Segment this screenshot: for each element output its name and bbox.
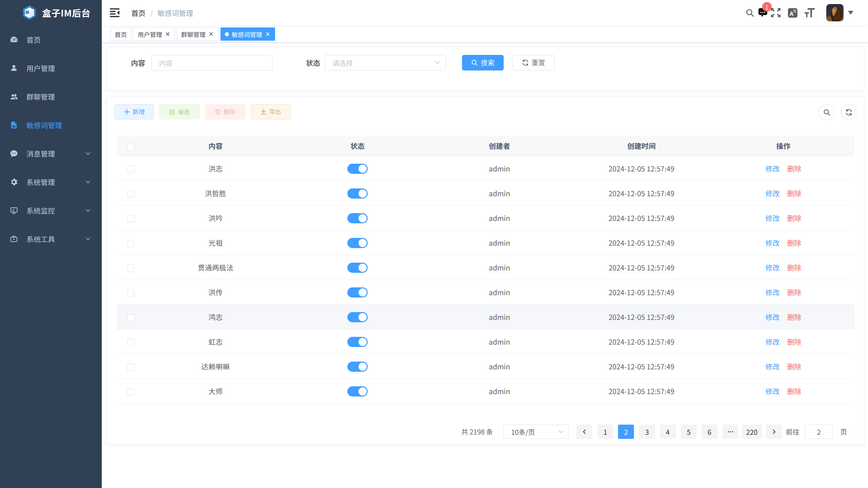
pagination-page-5[interactable]: 5	[681, 425, 697, 439]
toggle-knob	[359, 363, 367, 371]
row-checkbox[interactable]	[127, 289, 134, 297]
row-checkbox[interactable]	[127, 364, 134, 371]
status-toggle[interactable]	[347, 362, 368, 372]
row-edit-link[interactable]: 修改	[766, 312, 780, 322]
header-fullscreen-button[interactable]	[771, 0, 780, 25]
pagination-ellipsis[interactable]	[722, 425, 738, 439]
breadcrumb-home[interactable]: 首页	[131, 8, 146, 18]
edit-button[interactable]: 修改	[159, 104, 200, 119]
table-row: 鸿志admin2024-12-05 12:57:49修改删除	[117, 304, 854, 329]
toggle-search-button[interactable]	[819, 104, 834, 120]
delete-button[interactable]: 删除	[205, 104, 245, 119]
status-toggle[interactable]	[347, 337, 368, 347]
status-toggle[interactable]	[347, 213, 368, 223]
cell-content: 洪哲胜	[144, 181, 287, 205]
select-all-checkbox[interactable]	[127, 143, 134, 150]
sidebar-item-groups[interactable]: 群聊管理	[0, 82, 102, 111]
status-toggle[interactable]	[347, 238, 368, 248]
row-checkbox[interactable]	[127, 339, 134, 346]
row-delete-link[interactable]: 删除	[787, 188, 802, 198]
pagination-page-last[interactable]: 220	[742, 425, 762, 439]
tab-close-icon[interactable]	[208, 31, 214, 37]
search-button[interactable]: 搜索	[462, 55, 504, 70]
tab-close-icon[interactable]	[265, 31, 271, 37]
column-header-creator[interactable]: 创建者	[428, 136, 571, 156]
status-toggle[interactable]	[347, 287, 368, 298]
table-row: 洪吟admin2024-12-05 12:57:49修改删除	[117, 205, 854, 230]
row-edit-link[interactable]: 修改	[766, 188, 780, 198]
logo[interactable]: 盒子IM后台	[0, 0, 102, 25]
row-checkbox[interactable]	[127, 166, 134, 173]
pagination-page-2[interactable]: 2	[618, 425, 634, 439]
row-edit-link[interactable]: 修改	[766, 287, 780, 297]
refresh-table-button[interactable]	[841, 104, 856, 120]
row-checkbox[interactable]	[127, 215, 134, 222]
row-delete-link[interactable]: 删除	[787, 238, 802, 248]
pagination-goto-input[interactable]	[805, 425, 833, 439]
column-header-status[interactable]: 状态	[287, 136, 428, 156]
sidebar-item-system-monitor[interactable]: 系统监控	[0, 196, 102, 225]
page-size-select[interactable]: 10条/页	[503, 425, 569, 439]
pagination-prev-button[interactable]	[576, 425, 592, 439]
row-edit-link[interactable]: 修改	[766, 262, 780, 272]
row-edit-link[interactable]: 修改	[766, 361, 780, 371]
user-menu-caret[interactable]	[848, 0, 853, 25]
row-checkbox[interactable]	[127, 388, 134, 395]
row-checkbox[interactable]	[127, 265, 134, 272]
sidebar-item-system-tools[interactable]: 系统工具	[0, 225, 102, 253]
pagination-page-3[interactable]: 3	[639, 425, 655, 439]
status-toggle[interactable]	[347, 386, 368, 396]
row-delete-link[interactable]: 删除	[787, 361, 802, 371]
row-delete-link[interactable]: 删除	[787, 213, 802, 223]
status-toggle[interactable]	[347, 164, 368, 174]
pagination-next-button[interactable]	[766, 425, 782, 439]
add-button[interactable]: 新增	[115, 104, 154, 119]
row-edit-link[interactable]: 修改	[766, 213, 780, 223]
pagination-page-1[interactable]: 1	[597, 425, 613, 439]
tab-group-management[interactable]: 群聊管理	[177, 27, 218, 41]
status-toggle[interactable]	[347, 263, 368, 273]
user-avatar[interactable]	[826, 4, 844, 21]
pagination-page-6[interactable]: 6	[701, 425, 717, 439]
row-delete-link[interactable]: 删除	[787, 386, 802, 396]
row-delete-link[interactable]: 删除	[787, 337, 802, 347]
sidebar-item-users[interactable]: 用户管理	[0, 54, 102, 82]
reset-button[interactable]: 重置	[513, 55, 555, 70]
header-search-button[interactable]	[745, 0, 755, 25]
row-delete-link[interactable]: 删除	[787, 163, 802, 174]
tab-home[interactable]: 首页	[110, 27, 131, 41]
tab-user-management[interactable]: 用户管理	[133, 27, 175, 41]
row-edit-link[interactable]: 修改	[766, 238, 780, 248]
sidebar-item-home[interactable]: 首页	[0, 25, 102, 54]
row-edit-link[interactable]: 修改	[766, 386, 780, 396]
tab-sensitive-words[interactable]: 敏感词管理	[220, 27, 275, 41]
row-checkbox[interactable]	[127, 314, 134, 321]
row-edit-link[interactable]: 修改	[766, 163, 780, 174]
status-toggle[interactable]	[347, 188, 368, 199]
row-delete-link[interactable]: 删除	[787, 312, 802, 322]
search-icon	[471, 59, 478, 66]
sidebar-item-system-management[interactable]: 系统管理	[0, 168, 102, 196]
header-font-size-button[interactable]	[805, 0, 815, 25]
translate-icon: A 文	[788, 8, 797, 18]
header-language-button[interactable]: A 文	[788, 0, 797, 25]
sidebar-item-sensitive-words[interactable]: 敏感词管理	[0, 111, 102, 139]
message-badge: 1	[762, 2, 772, 12]
content-search-input[interactable]: 内容	[151, 55, 273, 70]
column-header-content[interactable]: 内容	[144, 136, 287, 156]
column-header-actions[interactable]: 操作	[712, 136, 854, 156]
export-button[interactable]: 导出	[251, 104, 291, 119]
pagination-page-4[interactable]: 4	[660, 425, 676, 439]
status-toggle[interactable]	[347, 312, 368, 322]
status-select[interactable]: 请选择	[325, 55, 446, 70]
tab-close-icon[interactable]	[165, 31, 171, 37]
row-checkbox[interactable]	[127, 190, 134, 198]
sidebar-item-messages[interactable]: 消息管理	[0, 139, 102, 168]
row-delete-link[interactable]: 删除	[787, 262, 802, 272]
cell-content: 达赖喇嘛	[144, 354, 287, 379]
row-delete-link[interactable]: 删除	[787, 287, 802, 297]
row-checkbox[interactable]	[127, 240, 134, 247]
row-edit-link[interactable]: 修改	[766, 337, 780, 347]
column-header-created-at[interactable]: 创建时间	[571, 136, 712, 156]
sidebar-toggle-icon[interactable]	[110, 8, 119, 17]
